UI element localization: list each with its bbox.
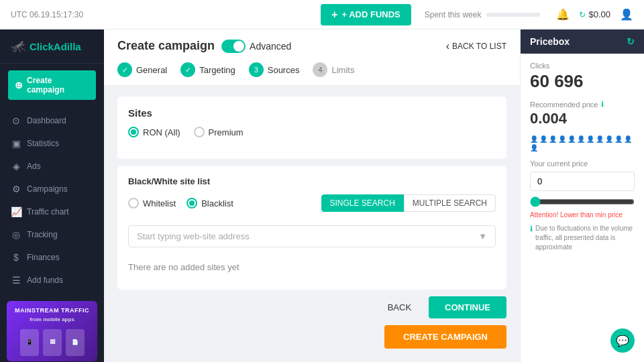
plus-icon: ⊕ bbox=[15, 80, 23, 90]
create-campaign-label: Create campaign bbox=[27, 76, 89, 95]
steps-nav: ✓ General ✓ Targeting 3 Sources 4 Limits bbox=[117, 62, 506, 85]
sidebar-label-finances: Finances bbox=[27, 253, 60, 262]
step-sources-circle: 3 bbox=[249, 62, 264, 77]
blackwhite-section: Black/White site list Whitelist Blacklis… bbox=[117, 166, 506, 290]
header-top-row: Create campaign Advanced BACK TO LIST bbox=[117, 39, 506, 53]
sidebar: 🦟 ClickAdilla ⊕ Create campaign ⊙ Dashbo… bbox=[0, 29, 104, 362]
page-title-row: Create campaign Advanced bbox=[117, 39, 291, 53]
search-tabs: SINGLE SEARCH MULTIPLE SEARCH bbox=[321, 194, 496, 212]
create-campaign-sidebar[interactable]: ⊕ Create campaign bbox=[8, 70, 96, 100]
step-general[interactable]: ✓ General bbox=[117, 62, 180, 85]
ad-banner-title: MAINSTREAM TRAFFIC bbox=[15, 307, 89, 314]
add-funds-icon: ☰ bbox=[11, 275, 21, 286]
sidebar-item-statistics[interactable]: ▣ Statistics bbox=[0, 132, 104, 155]
step-targeting-label: Targeting bbox=[199, 65, 235, 75]
toggle-thumb bbox=[233, 41, 244, 52]
price-slider[interactable] bbox=[530, 196, 635, 207]
topbar: UTC 06.19.15:17:30 + ADD FUNDS Spent thi… bbox=[0, 0, 644, 29]
dashboard-icon: ⊙ bbox=[11, 115, 21, 126]
ads-icon: ◈ bbox=[11, 161, 21, 172]
bell-icon[interactable]: 🔔 bbox=[556, 8, 570, 21]
user-icon[interactable]: 👤 bbox=[620, 8, 633, 21]
person-icon-5: 👤 bbox=[568, 135, 576, 143]
step-limits-circle: 4 bbox=[313, 62, 327, 77]
create-campaign-button[interactable]: CREATE CAMPAIGN bbox=[384, 325, 506, 349]
sidebar-nav: ⊙ Dashboard ▣ Statistics ◈ Ads ⚙ Campaig… bbox=[0, 107, 104, 294]
single-search-tab[interactable]: SINGLE SEARCH bbox=[321, 194, 404, 212]
balance-display: ↻ $0.00 bbox=[579, 9, 610, 19]
person-icon-11: 👤 bbox=[624, 135, 632, 143]
page-title: Create campaign bbox=[117, 39, 215, 53]
current-price-label: Your current price bbox=[530, 160, 635, 168]
current-price-input[interactable] bbox=[530, 172, 635, 191]
sidebar-item-traffic-chart[interactable]: 📈 Traffic chart bbox=[0, 200, 104, 223]
sidebar-item-ads[interactable]: ◈ Ads bbox=[0, 155, 104, 178]
chat-button[interactable]: 💬 bbox=[610, 328, 635, 353]
back-to-list-button[interactable]: BACK TO LIST bbox=[446, 40, 506, 52]
radio-premium-label: Premium bbox=[209, 127, 244, 137]
spent-label: Spent this week bbox=[425, 10, 482, 19]
actions-area: BACK CONTINUE CREATE CAMPAIGN bbox=[117, 296, 506, 349]
whitelist-radio-group: Whitelist Blacklist bbox=[128, 198, 233, 208]
radio-blacklist-label: Blacklist bbox=[201, 198, 233, 208]
pricebox-info-icon: ℹ bbox=[530, 224, 533, 234]
native-icon: 📄 bbox=[66, 329, 85, 356]
radio-dot-ron bbox=[128, 127, 139, 137]
balance-value: $0.00 bbox=[588, 9, 610, 19]
sidebar-item-add-funds[interactable]: ☰ Add funds bbox=[0, 269, 104, 292]
sidebar-label-campaigns: Campaigns bbox=[27, 184, 68, 194]
pricebox-refresh-icon[interactable]: ↻ bbox=[627, 36, 635, 47]
add-funds-button[interactable]: + ADD FUNDS bbox=[321, 4, 411, 25]
toggle-track[interactable] bbox=[221, 40, 246, 53]
step-limits-label: Limits bbox=[331, 65, 354, 75]
site-search-input[interactable]: Start typing web-site address ▼ bbox=[128, 225, 496, 247]
step-targeting[interactable]: ✓ Targeting bbox=[180, 62, 248, 85]
step-sources[interactable]: 3 Sources bbox=[249, 62, 313, 85]
person-icon-3: 👤 bbox=[549, 135, 557, 143]
back-button[interactable]: BACK bbox=[377, 297, 422, 318]
bw-title: Black/White site list bbox=[128, 176, 496, 186]
logo-icon: 🦟 bbox=[11, 39, 25, 54]
site-search-placeholder: Start typing web-site address bbox=[137, 231, 250, 241]
sidebar-item-dashboard[interactable]: ⊙ Dashboard bbox=[0, 109, 104, 132]
radio-ron-all[interactable]: RON (All) bbox=[128, 127, 180, 137]
radio-premium[interactable]: Premium bbox=[194, 127, 244, 137]
radio-dot-whitelist bbox=[128, 198, 139, 208]
sites-title: Sites bbox=[128, 107, 496, 119]
person-icon-8: 👤 bbox=[596, 135, 604, 143]
person-icons-grid: 👤 👤 👤 👤 👤 👤 👤 👤 👤 👤 👤 👤 bbox=[530, 135, 635, 152]
main-content: Create campaign Advanced BACK TO LIST ✓ … bbox=[104, 29, 520, 362]
step-general-label: General bbox=[136, 65, 167, 75]
sidebar-item-campaigns[interactable]: ⚙ Campaigns bbox=[0, 178, 104, 200]
pricebox-header: Pricebox ↻ bbox=[521, 29, 644, 54]
sidebar-item-tracking[interactable]: ◎ Tracking bbox=[0, 223, 104, 246]
clicks-label: Clicks bbox=[530, 62, 635, 70]
clicks-value: 60 696 bbox=[530, 71, 635, 92]
radio-ron-label: RON (All) bbox=[143, 127, 180, 137]
continue-button[interactable]: CONTINUE bbox=[429, 296, 506, 318]
advanced-toggle[interactable]: Advanced bbox=[221, 40, 291, 53]
sidebar-logo: 🦟 ClickAdilla bbox=[0, 29, 104, 64]
spent-bar bbox=[486, 13, 540, 17]
logo-text: ClickAdilla bbox=[30, 41, 81, 52]
radio-whitelist[interactable]: Whitelist bbox=[128, 198, 176, 208]
layout: 🦟 ClickAdilla ⊕ Create campaign ⊙ Dashbo… bbox=[0, 29, 644, 362]
person-icon-6: 👤 bbox=[577, 135, 585, 143]
pricebox: Pricebox ↻ Clicks 60 696 Recommended pri… bbox=[520, 29, 644, 362]
utc-time: UTC 06.19.15:17:30 bbox=[11, 10, 83, 19]
radio-blacklist[interactable]: Blacklist bbox=[186, 198, 233, 208]
sidebar-label-add-funds: Add funds bbox=[27, 276, 63, 285]
pricebox-info-text: Due to fluctuations in the volume traffi… bbox=[535, 224, 635, 252]
topbar-icons: 🔔 ↻ $0.00 👤 bbox=[556, 8, 633, 21]
info-circle-icon: ℹ bbox=[601, 100, 604, 109]
sidebar-label-dashboard: Dashboard bbox=[27, 116, 66, 125]
sidebar-label-traffic-chart: Traffic chart bbox=[27, 207, 69, 217]
multiple-search-tab[interactable]: MULTIPLE SEARCH bbox=[404, 194, 496, 212]
ad-type-icons: 📱 🖼 📄 bbox=[20, 329, 85, 356]
refresh-icon[interactable]: ↻ bbox=[579, 10, 586, 19]
person-icon-4: 👤 bbox=[558, 135, 566, 143]
step-limits[interactable]: 4 Limits bbox=[313, 62, 368, 85]
person-icon-12: 👤 bbox=[530, 144, 538, 152]
radio-whitelist-label: Whitelist bbox=[143, 198, 176, 208]
sidebar-item-finances[interactable]: $ Finances bbox=[0, 246, 104, 269]
